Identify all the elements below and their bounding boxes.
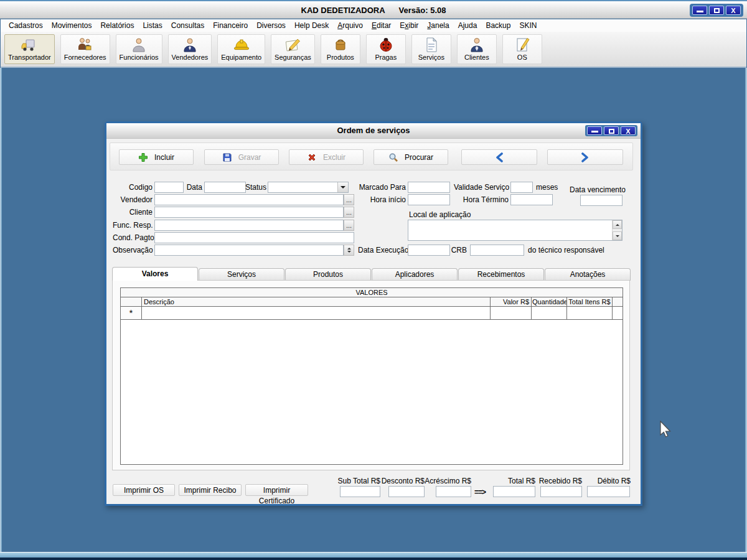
tab-recebimentos[interactable]: Recebimentos bbox=[458, 268, 544, 281]
menu-helpdesk[interactable]: Help Desk bbox=[290, 20, 333, 31]
salesman-icon bbox=[181, 36, 199, 54]
crb-input[interactable] bbox=[470, 245, 524, 256]
recebido-input[interactable] bbox=[540, 486, 582, 497]
hora-termino-input[interactable] bbox=[510, 194, 553, 205]
status-label: Status bbox=[239, 183, 266, 192]
close-icon: X bbox=[621, 127, 635, 136]
toolbar-servicos-button[interactable]: Serviços bbox=[411, 34, 451, 64]
toolbar-vendedores-button[interactable]: Vendedores bbox=[168, 34, 212, 64]
menu-cadastros[interactable]: Cadastros bbox=[4, 20, 47, 31]
combo-dropdown-button[interactable] bbox=[337, 182, 348, 192]
os-minimize-button[interactable] bbox=[587, 126, 602, 135]
menu-editar[interactable]: Editar bbox=[367, 20, 395, 31]
acrescimo-input[interactable] bbox=[436, 486, 471, 497]
cell-descricao[interactable] bbox=[142, 307, 491, 319]
menu-diversos[interactable]: Diversos bbox=[252, 20, 290, 31]
next-record-button[interactable] bbox=[547, 149, 623, 165]
codigo-input[interactable] bbox=[154, 182, 184, 193]
tab-servicos[interactable]: Serviços bbox=[199, 268, 284, 281]
debito-label: Débito R$ bbox=[568, 477, 631, 485]
observacao-spinner[interactable] bbox=[344, 245, 354, 256]
main-window-title: KAD DEDETIZADORAVersão: 5.08 bbox=[0, 6, 747, 15]
menu-relatorios[interactable]: Relatórios bbox=[96, 20, 138, 31]
os-close-button[interactable]: X bbox=[621, 126, 636, 135]
status-select[interactable] bbox=[268, 182, 349, 193]
func-resp-input[interactable] bbox=[154, 220, 344, 231]
desconto-input[interactable] bbox=[388, 486, 425, 497]
menubar: Cadastros Movimentos Relatórios Listas C… bbox=[1, 19, 746, 32]
toolbar-segurancas-button[interactable]: Seguranças bbox=[271, 34, 315, 64]
toolbar-os-button[interactable]: OS bbox=[502, 34, 542, 64]
toolbar-fornecedores-button[interactable]: Fornecedores bbox=[60, 34, 110, 64]
menu-movimentos[interactable]: Movimentos bbox=[47, 20, 96, 31]
menu-ajuda[interactable]: Ajuda bbox=[454, 20, 482, 31]
chevron-right-icon bbox=[581, 152, 590, 162]
imprimir-certificado-button[interactable]: Imprimir Certificado bbox=[245, 484, 308, 496]
scroll-down-icon[interactable] bbox=[613, 231, 622, 240]
save-icon bbox=[222, 152, 232, 162]
vendedor-input[interactable] bbox=[154, 194, 344, 205]
close-button[interactable]: X bbox=[726, 6, 741, 15]
data-execucao-input[interactable] bbox=[408, 245, 450, 256]
validade-servico-input[interactable] bbox=[510, 182, 533, 193]
menu-janela[interactable]: Janela bbox=[423, 20, 453, 31]
cell-valor[interactable] bbox=[491, 307, 532, 319]
total-input[interactable] bbox=[493, 486, 535, 497]
menu-skin[interactable]: SKIN bbox=[515, 20, 541, 31]
os-maximize-button[interactable] bbox=[604, 126, 619, 135]
minimize-button[interactable] bbox=[692, 6, 707, 15]
window-frame-bottom bbox=[0, 552, 747, 560]
app-version: Versão: 5.08 bbox=[399, 6, 446, 15]
incluir-button[interactable]: Incluir bbox=[119, 149, 194, 165]
menu-listas[interactable]: Listas bbox=[138, 20, 166, 31]
procurar-button[interactable]: Procurar bbox=[374, 149, 448, 165]
data-vencimento-input[interactable] bbox=[580, 195, 622, 206]
marcado-para-input[interactable] bbox=[408, 182, 450, 193]
toolbar-button-label: Vendedores bbox=[172, 54, 209, 61]
hora-inicio-input[interactable] bbox=[408, 194, 450, 205]
imprimir-os-button[interactable]: Imprimir OS bbox=[113, 484, 175, 496]
toolbar-funcionarios-button[interactable]: Funcionários bbox=[116, 34, 162, 64]
imprimir-recibo-button[interactable]: Imprimir Recibo bbox=[179, 484, 242, 496]
debito-input[interactable] bbox=[587, 486, 630, 497]
cell-quantidade[interactable] bbox=[532, 307, 567, 319]
sub-total-input[interactable] bbox=[340, 486, 380, 497]
observacao-label: Observação bbox=[113, 246, 153, 255]
menu-exibir[interactable]: Exibir bbox=[395, 20, 423, 31]
tab-valores[interactable]: Valores bbox=[112, 267, 198, 281]
excluir-label: Excluir bbox=[323, 153, 345, 162]
scroll-up-icon[interactable] bbox=[613, 220, 622, 229]
gravar-button[interactable]: Gravar bbox=[204, 149, 279, 165]
tab-aplicadores[interactable]: Aplicadores bbox=[372, 268, 458, 281]
grid-col-quantidade: Quantidade bbox=[532, 297, 567, 306]
maximize-icon bbox=[609, 129, 614, 134]
cond-pagto-input[interactable] bbox=[154, 232, 354, 243]
toolbar-button-label: Fornecedores bbox=[64, 54, 106, 61]
toolbar-equipamento-button[interactable]: Equipamento bbox=[217, 34, 265, 64]
previous-record-button[interactable] bbox=[461, 149, 537, 165]
new-row-marker: * bbox=[121, 307, 142, 319]
toolbar-produtos-button[interactable]: Produtos bbox=[321, 34, 360, 64]
func-resp-lookup-button[interactable]: ... bbox=[344, 220, 354, 231]
tab-anotacoes[interactable]: Anotações bbox=[545, 268, 631, 281]
toolbar-clientes-button[interactable]: Clientes bbox=[457, 34, 497, 64]
excluir-button[interactable]: Excluir bbox=[289, 149, 364, 165]
local-aplicacao-textarea[interactable] bbox=[408, 220, 622, 241]
textarea-scrollbar[interactable] bbox=[612, 220, 622, 240]
toolbar-pragas-button[interactable]: Pragas bbox=[366, 34, 406, 64]
cliente-lookup-button[interactable]: ... bbox=[344, 207, 354, 218]
maximize-button[interactable] bbox=[709, 6, 724, 15]
menu-consultas[interactable]: Consultas bbox=[167, 20, 209, 31]
cliente-input[interactable] bbox=[154, 207, 344, 218]
hardhat-icon bbox=[233, 36, 250, 54]
vendedor-lookup-button[interactable]: ... bbox=[344, 194, 354, 205]
menu-arquivo[interactable]: Arquivo bbox=[333, 20, 367, 31]
menu-backup[interactable]: Backup bbox=[481, 20, 515, 31]
observacao-input[interactable] bbox=[154, 245, 344, 256]
menu-financeiro[interactable]: Financeiro bbox=[209, 20, 252, 31]
cell-total-itens[interactable] bbox=[567, 307, 613, 319]
os-window-controls: X bbox=[585, 125, 637, 136]
grid-col-descricao: Descrição bbox=[142, 297, 491, 306]
toolbar-transportador-button[interactable]: Transportador bbox=[4, 34, 55, 64]
tab-produtos[interactable]: Produtos bbox=[285, 268, 371, 281]
